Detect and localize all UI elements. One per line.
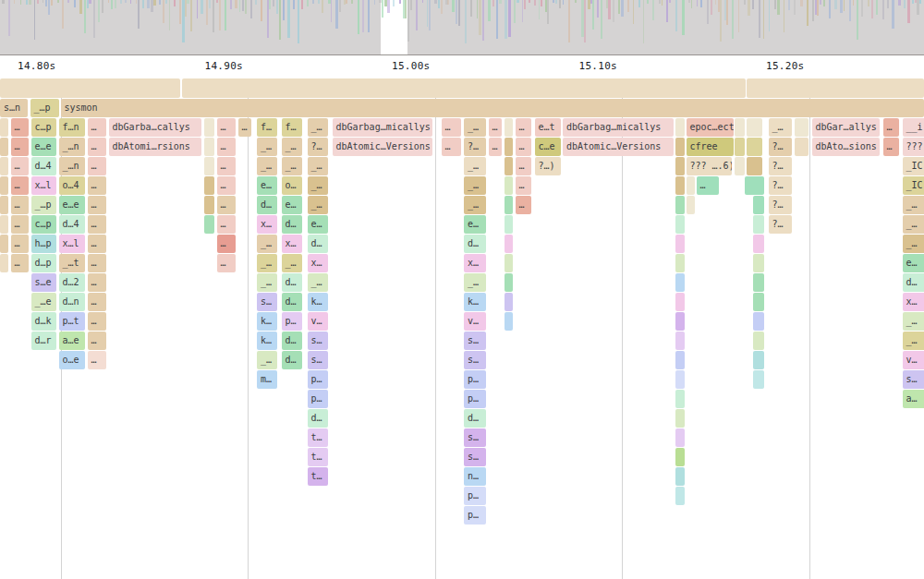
stack-frame[interactable]: e…t — [535, 118, 561, 137]
stack-frame[interactable]: s… — [464, 448, 486, 466]
stack-frame[interactable] — [505, 273, 513, 292]
stack-frame[interactable] — [204, 118, 214, 137]
stack-frame[interactable]: ??? ….6) — [687, 157, 732, 175]
stack-frame[interactable] — [753, 312, 764, 331]
stack-frame[interactable]: _…p — [31, 196, 57, 214]
stack-frame[interactable]: … — [217, 118, 236, 137]
stack-frame[interactable]: _… — [282, 157, 302, 175]
stack-frame[interactable] — [675, 196, 685, 214]
stack-frame[interactable]: _…e — [31, 293, 57, 311]
stack-frame[interactable] — [675, 428, 685, 447]
stack-frame[interactable]: epoc…ect — [687, 118, 734, 137]
stack-frame[interactable] — [795, 138, 808, 156]
stack-frame[interactable]: … — [88, 157, 107, 175]
stack-frame[interactable]: … — [217, 196, 236, 214]
stack-frame[interactable] — [747, 157, 762, 175]
stack-frame[interactable]: ?… — [308, 138, 329, 156]
stack-frame[interactable] — [204, 196, 214, 214]
stack-frame[interactable]: _…p — [30, 99, 59, 118]
stack-frame[interactable]: s…e — [31, 273, 57, 292]
stack-frame[interactable]: x…l — [59, 235, 85, 253]
stack-frame[interactable]: o…e — [59, 351, 85, 369]
stack-frame[interactable]: _… — [257, 138, 277, 156]
stack-frame[interactable]: e… — [282, 196, 302, 214]
stack-frame[interactable]: _… — [257, 157, 277, 175]
stack-frame[interactable]: … — [516, 157, 532, 175]
stack-frame[interactable]: _… — [257, 254, 277, 272]
stack-frame[interactable]: d… — [282, 332, 302, 350]
stack-frame[interactable]: … — [489, 138, 503, 156]
stack-frame[interactable]: ??? — [903, 138, 924, 156]
stack-frame[interactable]: v… — [308, 312, 329, 331]
stack-frame[interactable]: p… — [464, 370, 486, 389]
stack-frame[interactable]: d… — [308, 409, 329, 428]
stack-frame[interactable]: … — [88, 196, 107, 214]
stack-frame[interactable]: d… — [282, 351, 302, 369]
stack-frame[interactable]: s… — [464, 332, 486, 350]
stack-frame[interactable] — [0, 176, 8, 195]
stack-frame[interactable] — [747, 78, 924, 98]
stack-frame[interactable]: t… — [308, 467, 329, 486]
stack-frame[interactable]: _… — [308, 176, 329, 195]
stack-frame[interactable] — [0, 78, 180, 98]
stack-frame[interactable]: k… — [308, 293, 329, 311]
stack-frame[interactable] — [0, 215, 8, 234]
stack-frame[interactable] — [675, 332, 685, 350]
stack-frame[interactable]: _… — [903, 235, 924, 253]
stack-frame[interactable] — [747, 118, 762, 137]
stack-frame[interactable]: … — [516, 138, 532, 156]
stack-frame[interactable]: … — [217, 235, 236, 253]
stack-frame[interactable]: ?… — [769, 176, 793, 195]
stack-frame[interactable] — [675, 235, 685, 253]
stack-frame[interactable] — [753, 215, 764, 234]
stack-frame[interactable]: _… — [903, 332, 924, 350]
stack-frame[interactable] — [753, 273, 764, 292]
stack-frame[interactable]: d… — [282, 273, 302, 292]
stack-frame[interactable]: x… — [308, 254, 329, 272]
stack-frame[interactable]: e… — [308, 215, 329, 234]
stack-frame[interactable] — [0, 196, 8, 214]
stack-frame[interactable]: f… — [282, 118, 302, 137]
stack-frame[interactable]: _… — [464, 157, 486, 175]
stack-frame[interactable] — [505, 235, 513, 253]
stack-frame[interactable]: … — [516, 196, 532, 214]
stack-frame[interactable]: e… — [903, 254, 924, 272]
stack-frame[interactable] — [753, 196, 764, 214]
stack-frame[interactable]: _… — [464, 273, 486, 292]
stack-frame[interactable]: _… — [257, 273, 277, 292]
stack-frame[interactable] — [735, 138, 745, 156]
stack-frame[interactable] — [753, 293, 764, 311]
stack-frame[interactable]: dbGarbag…micallys — [563, 118, 674, 137]
stack-frame[interactable] — [505, 196, 513, 214]
stack-frame[interactable]: v… — [903, 351, 924, 369]
stack-frame[interactable]: … — [88, 312, 107, 331]
stack-frame[interactable]: … — [489, 118, 503, 137]
stack-frame[interactable] — [753, 370, 764, 389]
stack-frame[interactable]: p…t — [59, 312, 85, 331]
stack-frame[interactable]: … — [217, 138, 236, 156]
stack-frame[interactable] — [204, 138, 214, 156]
stack-frame[interactable]: dbAto…sions — [812, 138, 881, 156]
stack-frame[interactable]: s… — [903, 370, 924, 389]
stack-frame[interactable]: dbGarba…callys — [109, 118, 201, 137]
stack-frame[interactable]: … — [88, 235, 107, 253]
stack-frame[interactable]: dbGarbag…micallys — [333, 118, 433, 137]
stack-frame[interactable]: _… — [308, 118, 329, 137]
stack-frame[interactable]: _…t — [59, 254, 85, 272]
stack-frame[interactable]: … — [11, 138, 30, 156]
stack-frame[interactable]: h…p — [31, 235, 57, 253]
stack-frame[interactable]: … — [88, 293, 107, 311]
stack-frame[interactable]: x…l — [31, 176, 57, 195]
stack-frame[interactable]: … — [442, 138, 461, 156]
stack-frame[interactable]: c…p — [31, 118, 57, 137]
stack-frame[interactable]: … — [88, 351, 107, 369]
stack-frame[interactable]: x… — [464, 254, 486, 272]
stack-frame[interactable]: _… — [464, 196, 486, 214]
stack-frame[interactable]: e…e — [31, 138, 57, 156]
stack-frame[interactable] — [675, 215, 685, 234]
stack-frame[interactable]: dbAtomi…rsions — [109, 138, 201, 156]
stack-frame[interactable] — [204, 176, 214, 195]
stack-frame[interactable]: … — [11, 118, 30, 137]
stack-frame[interactable]: … — [88, 215, 107, 234]
stack-frame[interactable]: … — [11, 176, 30, 195]
